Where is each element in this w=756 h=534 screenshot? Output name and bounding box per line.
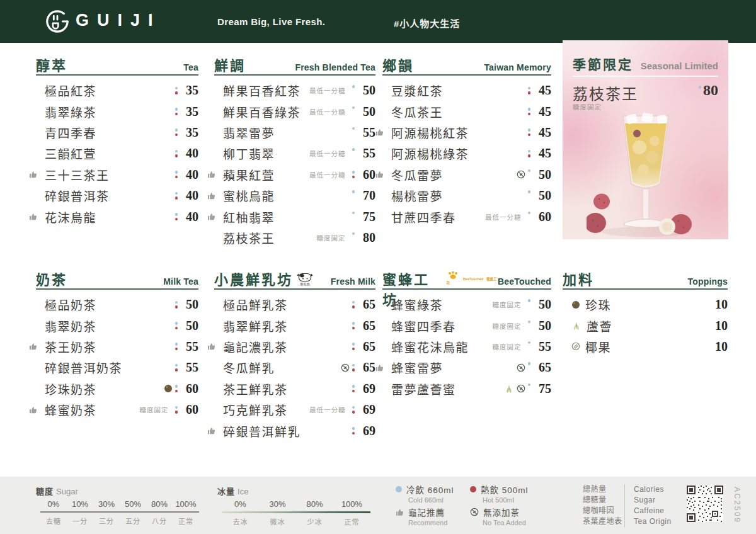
item-price: 65	[357, 339, 375, 354]
item-right: 50	[175, 297, 199, 312]
cold-dot-icon	[528, 169, 531, 173]
seasonal-drink-image	[587, 108, 705, 239]
item-right: 75	[352, 210, 376, 224]
hot-dot-icon	[352, 305, 355, 309]
item-right: 糖度固定55	[493, 339, 552, 354]
item-name: 極品紅茶	[45, 82, 96, 99]
seasonal-limited-card: 季節限定 Seasonal Limited 荔枝茶王 糖度固定 80	[563, 40, 728, 239]
item-price: 45	[532, 83, 551, 98]
item-name: 翡翠綠茶	[45, 103, 96, 120]
item-price: 50	[357, 105, 375, 119]
section-rule	[563, 288, 728, 290]
no-tea-icon	[517, 363, 525, 372]
hot-dot-icon	[528, 154, 531, 157]
item-right: 50	[528, 188, 552, 203]
legend-en: Cold 660ml	[408, 496, 470, 504]
section-toppings: 加料 Toppings 珍珠10 蘆薈10 椰果10	[563, 268, 728, 357]
section-title-zh: 醇萃	[36, 54, 67, 74]
level-percent: 50%	[120, 499, 146, 509]
hot-dot-icon	[352, 432, 355, 435]
item-price: 50	[180, 297, 198, 312]
item-right: 糖度固定50	[493, 297, 552, 312]
item-name: 蘆薈	[587, 317, 612, 334]
section-rule	[36, 74, 198, 76]
section-rule	[382, 74, 551, 76]
temperature-dots	[175, 147, 178, 160]
section-taiwan-memory: 鄉韻 Taiwan Memory 豆漿紅茶45冬瓜茶王45 阿源楊桃紅茶45阿源…	[382, 54, 551, 227]
item-name: 極品鮮乳茶	[223, 296, 288, 313]
menu-item-row: 紅柚翡翠75	[214, 206, 375, 227]
item-note: 糖度固定	[493, 300, 522, 309]
level-percent: 100%	[173, 499, 199, 509]
temperature-dots	[175, 404, 178, 416]
item-note: 最低一分糖	[309, 149, 346, 158]
info-zh: 茶葉產地表	[583, 516, 624, 527]
item-right: 最低一分糖50	[309, 83, 375, 98]
legend-icon-wrap	[470, 486, 476, 492]
info-en: Calories	[634, 484, 672, 495]
item-name: 龜記濃乳茶	[223, 338, 288, 355]
legend-entry-top: 龜記推薦	[396, 506, 470, 518]
section-rule	[214, 74, 375, 76]
temperature-dots	[528, 188, 531, 203]
item-right: 糖度固定50	[493, 319, 552, 333]
item-name: 珍珠	[585, 296, 611, 313]
temperature-dots	[352, 382, 355, 395]
cold-dot-icon	[175, 406, 178, 409]
item-name: 三韻紅萱	[45, 145, 96, 162]
temperature-dots	[352, 319, 355, 332]
legend-zh: 冷飲 660ml	[406, 483, 454, 496]
item-name: 蘋果紅萱	[223, 166, 275, 183]
thumbs-up-icon	[207, 213, 215, 221]
item-name: 柳丁翡翠	[223, 145, 275, 162]
item-name: 碎銀普洱茶	[45, 187, 110, 204]
temperature-dots	[175, 190, 178, 202]
menu-item-row: 雷夢蘆薈蜜 75	[382, 378, 551, 399]
item-name: 蜂蜜綠茶	[391, 296, 443, 313]
info-zh: 總熱量	[583, 484, 624, 495]
item-note: 糖度固定	[493, 321, 522, 331]
legend-en: No Tea Added	[483, 519, 529, 526]
cold-dot-icon	[175, 128, 178, 132]
item-right: 75	[504, 382, 552, 396]
menu-item-row: 蘆薈10	[563, 315, 728, 336]
section-items: 豆漿紅茶45冬瓜茶王45 阿源楊桃紅茶45阿源楊桃綠茶45 冬瓜雷夢 50楊桃雷…	[382, 80, 551, 227]
menu-item-row: 極品奶茶50	[36, 294, 198, 315]
cold-dot-icon	[528, 321, 531, 324]
cold-dot-icon	[175, 301, 178, 304]
section-items: 極品紅茶35翡翠綠茶35青四季春35三韻紅萱40 三十三茶王40碎銀普洱茶40 …	[36, 80, 198, 227]
hot-dot-icon	[352, 411, 355, 414]
menu-item-row: 巧克鮮乳茶最低一分糖69	[214, 399, 375, 420]
level-name: 正常	[333, 516, 370, 526]
item-note: 最低一分糖	[309, 86, 346, 95]
level-name: 微冰	[259, 516, 296, 526]
item-name: 碎銀普洱鮮乳	[223, 423, 301, 440]
cold-dot-icon	[528, 150, 531, 153]
item-price: 65	[532, 360, 551, 375]
hot-dot-icon	[352, 368, 355, 372]
item-name: 珍珠奶茶	[45, 380, 96, 397]
cold-dot-icon	[352, 385, 355, 388]
temperature-dots	[175, 298, 178, 311]
item-right: 40	[175, 168, 199, 182]
menu-item-row: 阿源楊桃綠茶45	[382, 143, 551, 164]
item-right: 55	[175, 339, 199, 354]
item-name: 翡翠鮮乳茶	[223, 317, 288, 334]
thumbs-up-icon	[29, 213, 37, 221]
aloe-icon	[571, 321, 581, 330]
section-title-en: BeeTouched	[498, 276, 551, 287]
level-name: 正常	[173, 516, 199, 526]
cold-dot-icon	[352, 148, 355, 151]
item-note: 糖度固定	[493, 342, 522, 351]
cold-dot-icon	[352, 85, 355, 88]
sugar-percent-row: 0%10%30%50%80%100%	[40, 499, 199, 509]
item-name: 蜜桃烏龍	[223, 187, 275, 204]
item-price: 55	[180, 339, 198, 354]
hot-dot-icon	[175, 134, 178, 137]
item-price: 65	[357, 297, 375, 312]
menu-item-row: 柳丁翡翠最低一分糖55	[214, 143, 375, 164]
item-price: 35	[180, 83, 198, 98]
legend-entry-top: 冷飲 660ml	[396, 483, 470, 496]
item-name: 紅柚翡翠	[223, 208, 275, 225]
legend-entry: 冷飲 660mlCold 660ml	[396, 483, 470, 504]
